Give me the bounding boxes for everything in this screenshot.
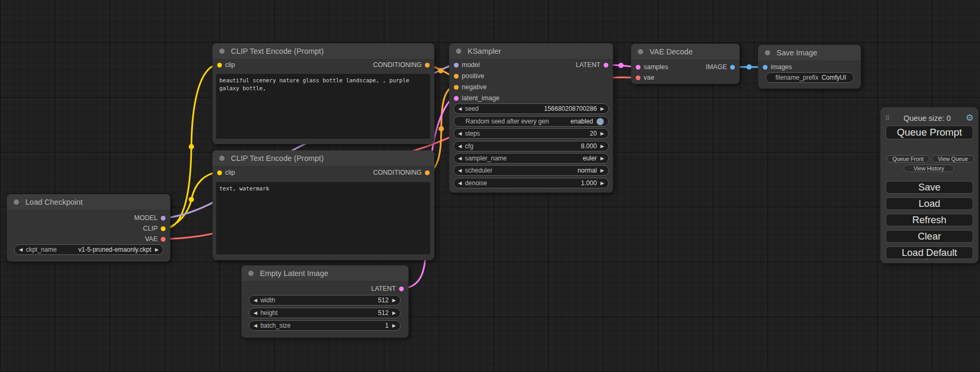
output-conditioning[interactable]: CONDITIONING <box>373 168 433 177</box>
output-latent[interactable]: LATENT <box>576 60 612 70</box>
arrow-left-icon[interactable]: ◀ <box>254 298 257 303</box>
arrow-right-icon[interactable]: ▶ <box>392 298 396 303</box>
widget-sampler-name[interactable]: ◀ sampler_name euler ▶ <box>453 153 609 164</box>
collapse-dot-icon[interactable] <box>14 199 19 205</box>
widget-filename-prefix[interactable]: filename_prefix ComfyUI <box>765 72 854 83</box>
output-clip[interactable]: CLIP <box>143 224 169 233</box>
output-conditioning[interactable]: CONDITIONING <box>373 60 433 70</box>
input-negative[interactable]: negative <box>451 82 487 92</box>
arrow-left-icon[interactable]: ◀ <box>458 181 462 186</box>
port-dot[interactable] <box>730 65 735 70</box>
widget-height[interactable]: ◀ height 512 ▶ <box>249 308 401 318</box>
port-dot[interactable] <box>425 170 430 175</box>
widget-seed[interactable]: ◀ seed 156680208700286 ▶ <box>453 103 609 114</box>
input-latent-image[interactable]: latent_image <box>451 93 500 103</box>
arrow-left-icon[interactable]: ◀ <box>458 107 462 111</box>
toggle-icon[interactable] <box>596 118 604 126</box>
output-vae[interactable]: VAE <box>145 234 169 244</box>
input-positive[interactable]: positive <box>451 71 484 81</box>
save-button[interactable]: Save <box>886 181 973 194</box>
widget-cfg[interactable]: ◀ cfg 8.000 ▶ <box>453 141 609 151</box>
node-ksampler[interactable]: KSampler model positive negative latent_… <box>449 43 613 193</box>
input-samples[interactable]: samples <box>633 62 668 72</box>
prompt-textarea[interactable] <box>216 182 430 254</box>
arrow-right-icon[interactable]: ▶ <box>392 311 396 316</box>
widget-width[interactable]: ◀ width 512 ▶ <box>249 295 401 306</box>
node-title-bar[interactable]: Empty Latent Image <box>241 265 409 282</box>
port-dot[interactable] <box>763 65 768 70</box>
node-title-bar[interactable]: CLIP Text Encode (Prompt) <box>212 43 434 60</box>
port-dot[interactable] <box>217 63 222 68</box>
node-clip-text-encode-2[interactable]: CLIP Text Encode (Prompt) clip CONDITION… <box>212 150 434 260</box>
view-history-button[interactable]: View History <box>904 165 954 172</box>
port-dot[interactable] <box>454 96 459 101</box>
port-dot[interactable] <box>454 63 459 68</box>
port-dot[interactable] <box>161 216 166 221</box>
arrow-left-icon[interactable]: ◀ <box>19 247 23 252</box>
port-dot[interactable] <box>454 85 459 90</box>
widget-ckpt-name[interactable]: ◀ ckpt_name v1-5-pruned-emaonly.ckpt ▶ <box>14 244 163 255</box>
collapse-dot-icon[interactable] <box>248 271 254 276</box>
node-title-bar[interactable]: KSampler <box>449 43 613 60</box>
output-image[interactable]: IMAGE <box>706 62 738 72</box>
node-save-image[interactable]: Save Image images filename_prefix ComfyU… <box>758 45 861 89</box>
node-load-checkpoint[interactable]: Load Checkpoint MODEL CLIP VAE ◀ ckpt_na… <box>7 194 170 262</box>
drag-handle-icon[interactable]: ⠿ <box>885 115 889 122</box>
node-title-bar[interactable]: VAE Decode <box>631 44 740 60</box>
node-empty-latent-image[interactable]: Empty Latent Image LATENT ◀ width 512 ▶ … <box>241 265 409 338</box>
queue-front-button[interactable]: Queue Front <box>887 155 929 163</box>
port-dot[interactable] <box>425 63 430 68</box>
widget-random-seed[interactable]: Random seed after every gen enabled <box>453 116 609 127</box>
node-title-bar[interactable]: CLIP Text Encode (Prompt) <box>212 150 434 167</box>
input-vae[interactable]: vae <box>633 73 654 82</box>
arrow-left-icon[interactable]: ◀ <box>458 168 462 173</box>
arrow-right-icon[interactable]: ▶ <box>600 107 604 111</box>
queue-prompt-button[interactable]: Queue Prompt <box>886 126 973 139</box>
arrow-right-icon[interactable]: ▶ <box>600 168 604 173</box>
output-model[interactable]: MODEL <box>134 213 169 223</box>
input-clip[interactable]: clip <box>214 60 235 70</box>
port-dot[interactable] <box>604 63 608 68</box>
node-vae-decode[interactable]: VAE Decode samples vae IMAGE <box>631 44 740 84</box>
arrow-left-icon[interactable]: ◀ <box>458 131 462 136</box>
input-clip[interactable]: clip <box>214 168 235 177</box>
port-dot[interactable] <box>161 226 166 231</box>
collapse-dot-icon[interactable] <box>456 49 461 54</box>
widget-denoise[interactable]: ◀ denoise 1.000 ▶ <box>453 178 609 188</box>
arrow-right-icon[interactable]: ▶ <box>600 181 604 186</box>
node-title-bar[interactable]: Save Image <box>758 45 861 61</box>
collapse-dot-icon[interactable] <box>219 49 225 54</box>
collapse-dot-icon[interactable] <box>638 49 643 54</box>
load-default-button[interactable]: Load Default <box>886 246 973 259</box>
prompt-textarea[interactable] <box>216 74 430 139</box>
arrow-right-icon[interactable]: ▶ <box>600 131 604 136</box>
clear-button[interactable]: Clear <box>886 230 973 243</box>
port-dot[interactable] <box>454 74 459 79</box>
port-dot[interactable] <box>217 170 222 175</box>
node-title-bar[interactable]: Load Checkpoint <box>7 194 170 211</box>
settings-gear-icon[interactable]: ⚙ <box>966 112 974 123</box>
input-images[interactable]: images <box>760 62 792 72</box>
load-button[interactable]: Load <box>886 197 973 210</box>
collapse-dot-icon[interactable] <box>765 50 770 55</box>
port-dot[interactable] <box>636 75 641 80</box>
arrow-left-icon[interactable]: ◀ <box>458 144 462 149</box>
widget-batch-size[interactable]: ◀ batch_size 1 ▶ <box>249 320 401 331</box>
port-dot[interactable] <box>161 237 166 242</box>
collapse-dot-icon[interactable] <box>219 156 225 161</box>
port-dot[interactable] <box>399 287 404 291</box>
output-latent[interactable]: LATENT <box>371 284 407 293</box>
arrow-right-icon[interactable]: ▶ <box>392 323 396 328</box>
widget-scheduler[interactable]: ◀ scheduler normal ▶ <box>453 165 609 176</box>
node-clip-text-encode-1[interactable]: CLIP Text Encode (Prompt) clip CONDITION… <box>212 43 434 144</box>
widget-steps[interactable]: ◀ steps 20 ▶ <box>453 128 609 139</box>
arrow-left-icon[interactable]: ◀ <box>254 311 257 316</box>
node-canvas[interactable]: Load Checkpoint MODEL CLIP VAE ◀ ckpt_na… <box>0 0 980 372</box>
arrow-left-icon[interactable]: ◀ <box>254 323 257 328</box>
input-model[interactable]: model <box>451 60 480 70</box>
arrow-right-icon[interactable]: ▶ <box>600 144 604 149</box>
port-dot[interactable] <box>636 65 641 70</box>
arrow-right-icon[interactable]: ▶ <box>600 156 604 161</box>
refresh-button[interactable]: Refresh <box>886 214 973 226</box>
view-queue-button[interactable]: View Queue <box>932 155 974 163</box>
